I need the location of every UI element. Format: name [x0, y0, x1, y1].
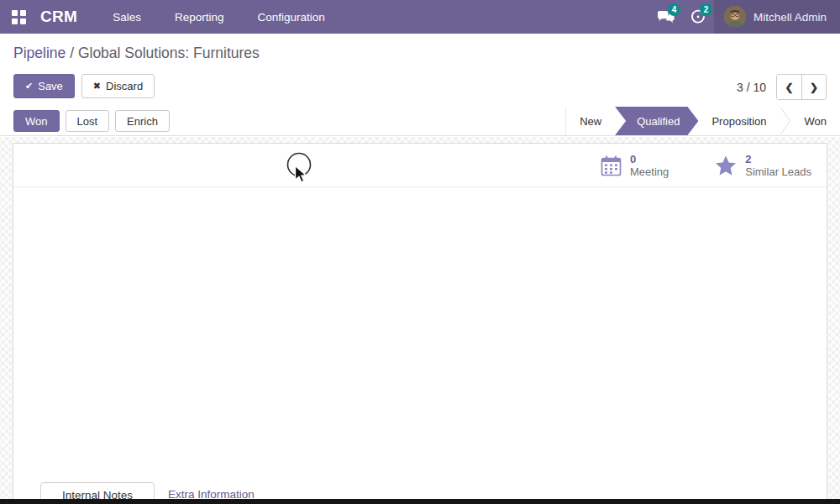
breadcrumb-current: Global Solutions: Furnitures	[78, 45, 260, 61]
breadcrumb-parent[interactable]: Pipeline	[13, 45, 66, 61]
stage-qualified[interactable]: Qualified	[615, 107, 698, 135]
stage-new[interactable]: New	[566, 107, 615, 135]
discard-button[interactable]: ✖ Discard	[81, 74, 155, 98]
menu-reporting[interactable]: Reporting	[168, 0, 231, 34]
lost-button[interactable]: Lost	[66, 110, 110, 132]
close-icon: ✖	[93, 81, 101, 92]
top-navbar: CRM Sales Reporting Configuration 4 2	[0, 0, 840, 34]
check-icon: ✔	[25, 81, 33, 92]
chevron-right-icon: ❯	[810, 81, 818, 93]
similar-leads-count: 2	[745, 153, 811, 165]
systray: 4 2	[650, 0, 840, 34]
save-label: Save	[38, 80, 63, 92]
meeting-count: 0	[630, 153, 669, 165]
user-avatar	[724, 6, 746, 28]
stage-proposition[interactable]: Proposition	[698, 107, 780, 135]
enrich-button[interactable]: Enrich	[115, 110, 170, 132]
similar-leads-label: Similar Leads	[745, 165, 811, 178]
app-name[interactable]: CRM	[40, 8, 77, 26]
bottom-edge-bar	[0, 499, 840, 504]
pager-value: 3 / 10	[737, 81, 766, 94]
calendar-icon	[600, 155, 622, 177]
grid-icon	[12, 10, 26, 24]
discard-label: Discard	[106, 80, 143, 92]
record-pager: 3 / 10 ❮ ❯	[737, 74, 827, 100]
form-sheet: 0 Meeting 2 Similar Leads	[13, 143, 827, 504]
save-button[interactable]: ✔ Save	[13, 74, 75, 98]
breadcrumb: Pipeline / Global Solutions: Furnitures	[13, 45, 260, 62]
user-name: Mitchell Admin	[753, 11, 827, 24]
activities-badge: 2	[700, 3, 712, 16]
meeting-stat-button[interactable]: 0 Meeting	[600, 153, 669, 178]
control-panel-buttons: ✔ Save ✖ Discard	[13, 74, 155, 98]
form-statusbar: Won Lost Enrich New Qualified Propositio…	[0, 107, 840, 136]
activities-button[interactable]: 2	[682, 0, 714, 34]
breadcrumb-separator: /	[66, 45, 78, 61]
pager-next-button[interactable]: ❯	[801, 75, 826, 99]
similar-leads-stat-button[interactable]: 2 Similar Leads	[714, 153, 811, 178]
sheet-header: 0 Meeting 2 Similar Leads	[13, 144, 827, 187]
stage-separator-icon	[780, 107, 791, 135]
messages-button[interactable]: 4	[650, 0, 682, 34]
apps-menu-icon[interactable]	[0, 0, 37, 34]
menu-configuration[interactable]: Configuration	[251, 0, 332, 34]
won-button[interactable]: Won	[13, 110, 60, 132]
user-menu[interactable]: Mitchell Admin	[714, 0, 840, 34]
chevron-left-icon: ❮	[785, 81, 793, 93]
messages-badge: 4	[668, 3, 680, 16]
stage-won[interactable]: Won	[791, 107, 840, 135]
stage-ribbon: New Qualified Proposition Won	[565, 107, 840, 135]
star-icon	[714, 155, 738, 177]
meeting-label: Meeting	[630, 165, 669, 178]
crm-form-view: CRM Sales Reporting Configuration 4 2	[0, 0, 840, 504]
pager-previous-button[interactable]: ❮	[777, 75, 801, 99]
menu-sales[interactable]: Sales	[106, 0, 148, 34]
